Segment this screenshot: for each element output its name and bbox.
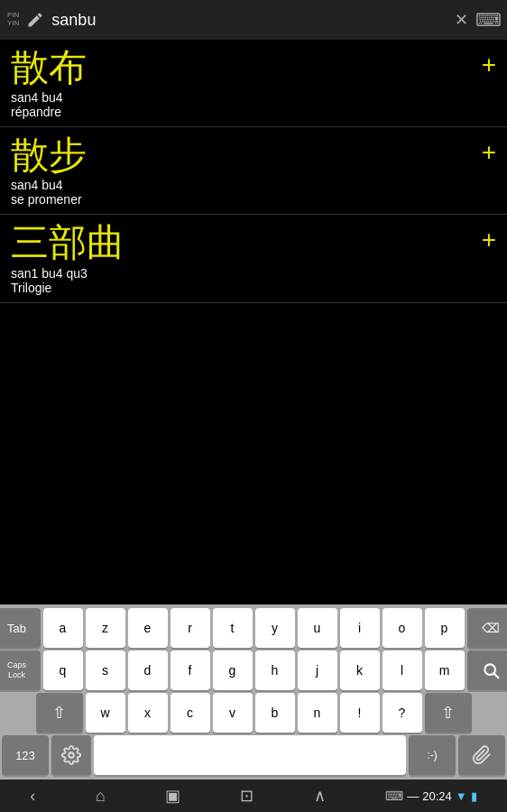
key-u[interactable]: u [298,608,337,648]
pinyin-label: PIN YIN [7,12,19,28]
key-p[interactable]: p [425,608,465,648]
key-j[interactable]: j [298,651,337,690]
svg-point-2 [69,752,74,758]
edit-icon [26,11,44,29]
key-k[interactable]: k [340,651,380,690]
settings-key[interactable] [51,735,91,775]
keyboard-row-4: 123 :-) [2,735,505,775]
key-o[interactable]: o [383,608,422,648]
chinese-chars: 三部曲 [11,222,496,263]
signal-icon: ▼ [456,789,467,803]
key-f[interactable]: f [171,651,210,690]
emoji-key[interactable]: :-) [409,735,456,775]
key-w[interactable]: w [86,693,125,733]
keyboard-row-3: ⇧ w x c v b n ! ? ⇧ [2,693,505,733]
search-key[interactable] [467,651,508,690]
key-d[interactable]: d [128,651,168,690]
pinyin-line: san1 bu4 qu3 [11,266,496,281]
results-list: 散布 san4 bu4 répandre + 散步 san4 bu4 se pr… [0,40,507,563]
key-c[interactable]: c [171,693,210,733]
search-input[interactable] [51,11,447,30]
right-shift-key[interactable]: ⇧ [425,693,472,733]
key-v[interactable]: v [213,693,253,733]
space-key[interactable] [94,735,406,775]
keyboard-row-2: CapsLock q s d f g h j k l m [2,651,505,690]
backspace-key[interactable]: ⌫ [467,608,508,648]
add-word-button[interactable]: + [482,227,496,253]
dash-separator: — [407,789,419,803]
nav-bar: ‹ ⌂ ▣ ⊡ ∧ ⌨ — 20:24 ▼ ▮ [0,780,507,812]
left-shift-key[interactable]: ⇧ [36,693,83,733]
close-icon[interactable]: ✕ [455,10,468,30]
caps-lock-key[interactable]: CapsLock [0,651,41,690]
tab-key[interactable]: Tab [0,608,41,648]
status-right: ⌨ — 20:24 ▼ ▮ [385,789,476,803]
svg-line-1 [493,673,498,678]
home-nav-icon[interactable]: ⌂ [96,787,106,806]
back-nav-icon[interactable]: ‹ [30,787,35,806]
up-nav-icon[interactable]: ∧ [314,786,326,806]
key-h[interactable]: h [255,651,295,690]
key-n[interactable]: n [298,693,337,733]
keyboard-status-icon: ⌨ [385,789,403,803]
result-item: 散步 san4 bu4 se promener + [0,127,507,215]
key-i[interactable]: i [340,608,380,648]
result-item: 散布 san4 bu4 répandre + [0,40,507,127]
key-r[interactable]: r [171,608,210,648]
key-s[interactable]: s [86,651,125,690]
chinese-chars: 散布 [11,47,496,88]
pinyin-line: san4 bu4 [11,178,496,192]
add-word-button[interactable]: + [482,140,496,165]
key-z[interactable]: z [86,608,125,648]
keyboard-row-1: Tab a z e r t y u i o p ⌫ [2,608,505,648]
key-a[interactable]: a [43,608,83,648]
key-question[interactable]: ? [383,693,422,733]
result-item: 三部曲 san1 bu4 qu3 Trilogie + [0,215,507,302]
key-exclaim[interactable]: ! [340,693,380,733]
more-options-icon[interactable]: ⌨ [475,9,500,31]
recent-nav-icon[interactable]: ▣ [165,786,180,806]
meaning-line: répandre [11,105,496,119]
chinese-chars: 散步 [11,134,496,176]
key-g[interactable]: g [213,651,253,690]
key-m[interactable]: m [425,651,465,690]
attach-key[interactable] [458,735,505,775]
pinyin-line: san4 bu4 [11,90,496,105]
battery-icon: ▮ [471,789,477,803]
key-y[interactable]: y [255,608,295,648]
numbers-key[interactable]: 123 [2,735,49,775]
meaning-line: se promener [11,192,496,207]
search-bar: PIN YIN ✕ ⌨ [0,0,507,40]
key-x[interactable]: x [128,693,168,733]
key-l[interactable]: l [383,651,422,690]
key-t[interactable]: t [213,608,253,648]
add-word-button[interactable]: + [482,52,496,78]
keyboard: Tab a z e r t y u i o p ⌫ CapsLock q s d… [0,604,507,780]
key-b[interactable]: b [255,693,295,733]
meaning-line: Trilogie [11,281,496,295]
key-e[interactable]: e [128,608,168,648]
screenshot-nav-icon[interactable]: ⊡ [240,786,254,806]
time-display: 20:24 [422,789,452,803]
key-q[interactable]: q [43,651,83,690]
